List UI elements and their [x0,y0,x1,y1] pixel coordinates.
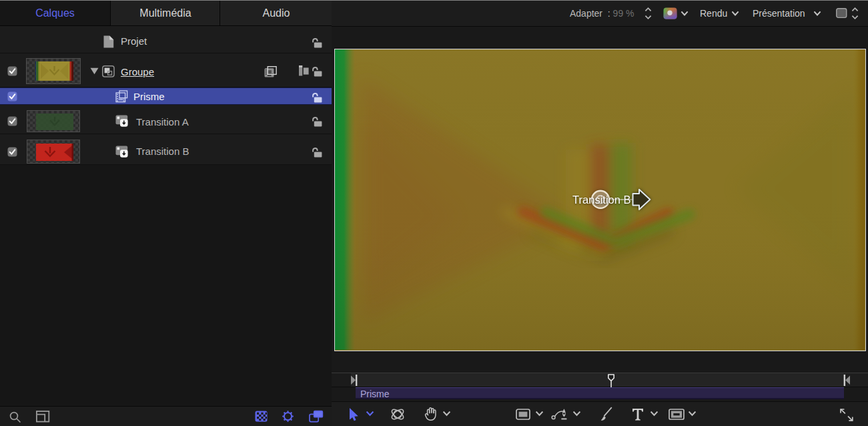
svg-text:Transition B: Transition B [572,194,630,206]
